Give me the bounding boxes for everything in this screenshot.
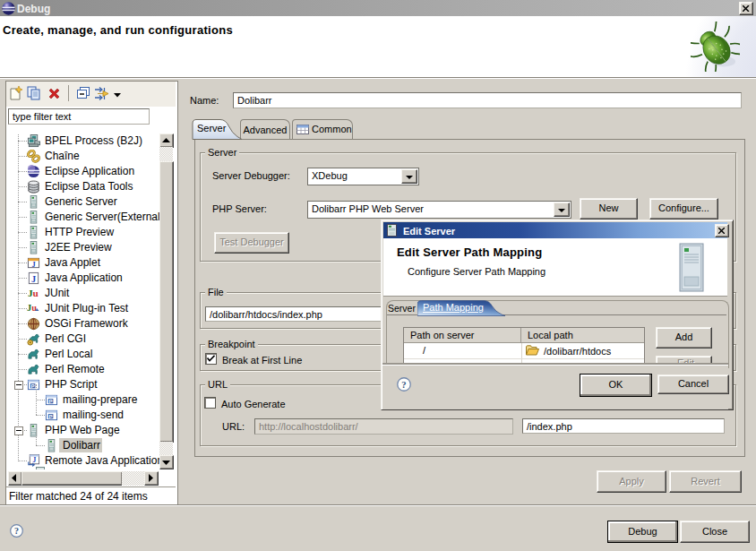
svg-text:?: ?	[401, 380, 406, 390]
svg-text:?: ?	[14, 526, 19, 536]
